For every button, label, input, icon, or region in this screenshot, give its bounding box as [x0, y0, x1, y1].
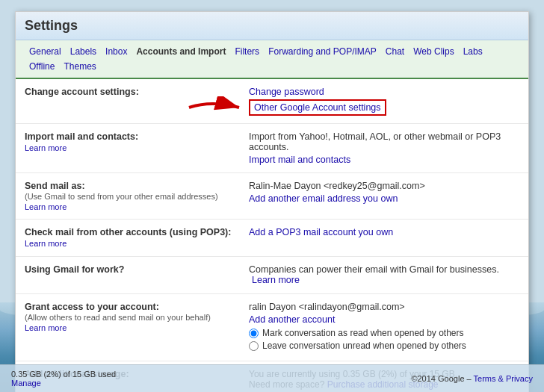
nav-labs[interactable]: Labs	[459, 44, 487, 59]
settings-content: Change account settings: Change password	[16, 79, 528, 392]
nav-general[interactable]: General	[25, 44, 66, 59]
grant-access-learn-more[interactable]: Learn more	[25, 323, 238, 332]
content-import-mail: Import from Yahoo!, Hotmail, AOL, or oth…	[249, 131, 519, 165]
gmail-work-description: Companies can power their email with Gma…	[249, 264, 499, 275]
row-send-mail: Send mail as: (Use Gmail to send from yo…	[16, 173, 528, 220]
radio-mark-read: Mark conversation as read when opened by…	[249, 328, 519, 338]
check-mail-learn-more[interactable]: Learn more	[25, 239, 238, 248]
gmail-work-learn-more[interactable]: Learn more	[252, 275, 300, 285]
label-gmail-work: Using Gmail for work?	[25, 264, 249, 286]
radio-mark-read-label: Mark conversation as read when opened by…	[262, 328, 464, 338]
settings-panel: Settings General Labels Inbox Accounts a…	[15, 11, 529, 392]
row-check-mail: Check mail from other accounts (using PO…	[16, 220, 528, 257]
label-grant-access: Grant access to your account: (Allow oth…	[25, 302, 249, 353]
arrow-svg	[185, 96, 245, 119]
nav-offline[interactable]: Offline	[25, 59, 59, 74]
manage-storage-link[interactable]: Manage	[11, 379, 116, 388]
radio-leave-unread-label: Leave conversation unread when opened by…	[262, 340, 466, 351]
other-account-wrapper: Other Google Account settings	[249, 99, 386, 116]
nav-webclips[interactable]: Web Clips	[409, 44, 458, 59]
send-mail-learn-more[interactable]: Learn more	[25, 202, 238, 211]
nav-labels[interactable]: Labels	[66, 44, 101, 59]
terms-privacy-link[interactable]: Terms & Privacy	[474, 374, 533, 383]
label-send-mail: Send mail as: (Use Gmail to send from yo…	[25, 181, 249, 211]
other-google-account-link[interactable]: Other Google Account settings	[249, 99, 386, 116]
add-email-link[interactable]: Add another email address you own	[249, 193, 519, 204]
nav-themes[interactable]: Themes	[59, 59, 100, 74]
add-pop3-link[interactable]: Add a POP3 mail account you own	[249, 227, 393, 237]
label-import-mail: Import mail and contacts: Learn more	[25, 131, 249, 165]
grant-access-radio-group: Mark conversation as read when opened by…	[249, 328, 519, 351]
content-check-mail: Add a POP3 mail account you own	[249, 227, 519, 249]
page-title: Settings	[16, 12, 528, 40]
radio-leave-unread-input[interactable]	[249, 341, 259, 351]
add-another-account-link[interactable]: Add another account	[249, 314, 519, 325]
nav-accounts[interactable]: Accounts and Import	[132, 44, 230, 59]
nav-forwarding[interactable]: Forwarding and POP/IMAP	[264, 44, 381, 59]
page-footer: 0.35 GB (2%) of 15 GB used Manage ©2014 …	[0, 364, 544, 392]
content-grant-access: ralin Dayon <ralindayon@gmail.com> Add a…	[249, 302, 519, 353]
row-gmail-work: Using Gmail for work? Companies can powe…	[16, 257, 528, 294]
nav-chat[interactable]: Chat	[381, 44, 409, 59]
nav-filters[interactable]: Filters	[230, 44, 264, 59]
radio-leave-unread: Leave conversation unread when opened by…	[249, 340, 519, 351]
red-arrow-annotation	[185, 96, 245, 119]
send-mail-user-email: Ralin-Mae Dayon <redkey25@gmail.com>	[249, 181, 425, 191]
row-grant-access: Grant access to your account: (Allow oth…	[16, 294, 528, 361]
content-send-mail: Ralin-Mae Dayon <redkey25@gmail.com> Add…	[249, 181, 519, 211]
import-mail-contacts-link[interactable]: Import mail and contacts	[249, 155, 519, 165]
footer-storage-info: 0.35 GB (2%) of 15 GB used Manage	[11, 370, 116, 388]
import-learn-more-link[interactable]: Learn more	[25, 143, 238, 152]
change-password-link[interactable]: Change password	[249, 87, 324, 97]
grant-access-user: ralin Dayon <ralindayon@gmail.com>	[249, 302, 405, 312]
radio-mark-read-input[interactable]	[249, 329, 259, 338]
content-change-account: Change password	[249, 87, 519, 116]
label-check-mail: Check mail from other accounts (using PO…	[25, 227, 249, 249]
row-change-account: Change account settings: Change password	[16, 79, 528, 124]
settings-navigation: General Labels Inbox Accounts and Import…	[16, 40, 528, 79]
content-gmail-work: Companies can power their email with Gma…	[249, 264, 519, 286]
footer-copyright: ©2014 Google – Terms & Privacy	[411, 374, 533, 383]
import-description: Import from Yahoo!, Hotmail, AOL, or oth…	[249, 131, 501, 152]
nav-inbox[interactable]: Inbox	[101, 44, 132, 59]
row-import-mail: Import mail and contacts: Learn more Imp…	[16, 124, 528, 173]
storage-info-text: 0.35 GB (2%) of 15 GB used	[11, 370, 116, 379]
